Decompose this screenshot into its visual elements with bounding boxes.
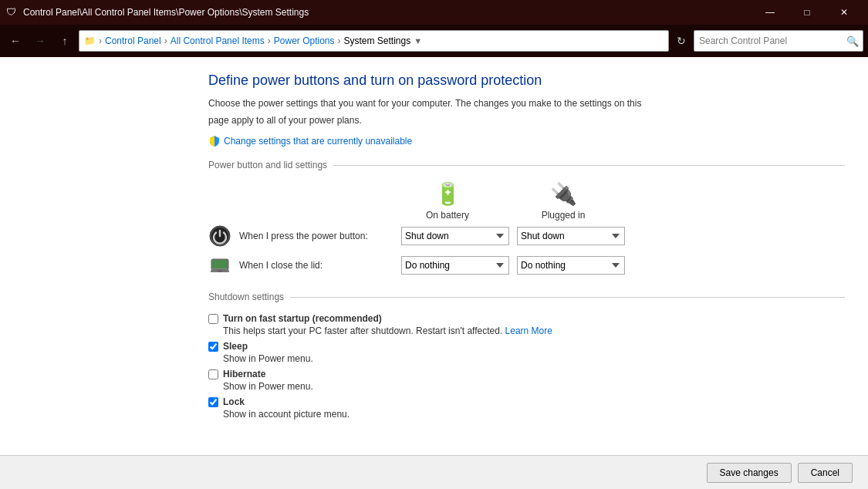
footer: Save changes Cancel bbox=[0, 455, 868, 489]
breadcrumb-dropdown-button[interactable]: ▼ bbox=[410, 36, 425, 46]
breadcrumb: 📁 › Control Panel › All Control Panel It… bbox=[79, 30, 669, 52]
cancel-button[interactable]: Cancel bbox=[798, 463, 853, 483]
page-title: Define power buttons and turn on passwor… bbox=[208, 73, 845, 89]
hibernate-item: Hibernate Show in Power menu. bbox=[208, 369, 845, 392]
hibernate-checkbox[interactable] bbox=[208, 369, 218, 379]
back-button[interactable]: ← bbox=[5, 30, 26, 52]
sleep-checkbox[interactable] bbox=[208, 342, 218, 352]
lid-close-plugged-select[interactable]: Do nothing Sleep Hibernate Shut down Tur… bbox=[517, 256, 625, 275]
fast-startup-label[interactable]: Turn on fast startup (recommended) bbox=[223, 313, 382, 324]
breadcrumb-all-items[interactable]: All Control Panel Items bbox=[171, 35, 265, 46]
page-desc-2: page apply to all of your power plans. bbox=[208, 113, 845, 127]
breadcrumb-power-options[interactable]: Power Options bbox=[274, 35, 335, 46]
lid-close-battery-select[interactable]: Do nothing Sleep Hibernate Shut down Tur… bbox=[401, 256, 509, 275]
on-battery-header: 🔋 On battery bbox=[393, 181, 502, 221]
power-button-battery-select[interactable]: Shut down Do nothing Sleep Hibernate Tur… bbox=[401, 227, 509, 245]
power-button-section-header: Power button and lid settings bbox=[208, 160, 845, 170]
svg-rect-3 bbox=[212, 260, 228, 268]
lid-close-label: When I close the lid: bbox=[239, 260, 393, 271]
plugged-icon: 🔌 bbox=[550, 181, 577, 207]
battery-icon: 🔋 bbox=[434, 181, 461, 207]
sleep-label[interactable]: Sleep bbox=[223, 341, 248, 352]
save-changes-button[interactable]: Save changes bbox=[707, 463, 792, 483]
fast-startup-checkbox[interactable] bbox=[208, 314, 218, 324]
search-input[interactable] bbox=[694, 35, 843, 46]
learn-more-link[interactable]: Learn More bbox=[505, 325, 552, 336]
refresh-button[interactable]: ↻ bbox=[672, 32, 691, 50]
lid-close-icon bbox=[208, 255, 231, 276]
lock-item: Lock Show in account picture menu. bbox=[208, 396, 845, 420]
lock-row: Lock bbox=[208, 396, 845, 407]
hibernate-desc: Show in Power menu. bbox=[223, 381, 845, 392]
up-button[interactable]: ↑ bbox=[54, 30, 76, 52]
sleep-item: Sleep Show in Power menu. bbox=[208, 341, 845, 364]
power-button-label: When I press the power button: bbox=[239, 231, 393, 241]
fast-startup-row: Turn on fast startup (recommended) bbox=[208, 313, 845, 324]
shutdown-section: Shutdown settings Turn on fast startup (… bbox=[208, 292, 845, 420]
hibernate-label[interactable]: Hibernate bbox=[223, 369, 265, 379]
lock-desc: Show in account picture menu. bbox=[223, 409, 845, 420]
breadcrumb-control-panel[interactable]: Control Panel bbox=[105, 35, 161, 46]
sleep-desc: Show in Power menu. bbox=[223, 353, 845, 364]
main-content: Define power buttons and turn on passwor… bbox=[0, 57, 868, 455]
hibernate-row: Hibernate bbox=[208, 369, 845, 379]
search-box: 🔍 bbox=[694, 30, 863, 52]
power-button-icon bbox=[208, 225, 231, 247]
shutdown-section-header: Shutdown settings bbox=[208, 292, 845, 302]
window-title: Control Panel\All Control Panel Items\Po… bbox=[23, 7, 752, 18]
forward-button[interactable]: → bbox=[29, 30, 51, 52]
sleep-row: Sleep bbox=[208, 341, 845, 352]
lid-close-row: When I close the lid: Do nothing Sleep H… bbox=[208, 255, 845, 276]
settings-grid: 🔋 On battery 🔌 Plugged in When I press t… bbox=[208, 181, 845, 276]
close-button[interactable]: ✕ bbox=[826, 0, 862, 25]
plugged-in-header: 🔌 Plugged in bbox=[509, 181, 617, 221]
change-settings-row: Change settings that are currently unava… bbox=[208, 135, 845, 147]
app-icon: 🛡 bbox=[6, 6, 19, 19]
breadcrumb-system-settings: System Settings bbox=[343, 35, 410, 46]
column-headers: 🔋 On battery 🔌 Plugged in bbox=[208, 181, 845, 221]
fast-startup-desc: This helps start your PC faster after sh… bbox=[223, 325, 845, 336]
title-bar: 🛡 Control Panel\All Control Panel Items\… bbox=[0, 0, 868, 25]
lock-checkbox[interactable] bbox=[208, 397, 218, 407]
restore-button[interactable]: □ bbox=[789, 0, 825, 25]
minimize-button[interactable]: — bbox=[752, 0, 788, 25]
address-bar: ← → ↑ 📁 › Control Panel › All Control Pa… bbox=[0, 25, 868, 57]
shield-uac-icon bbox=[208, 135, 221, 147]
page-desc-1: Choose the power settings that you want … bbox=[208, 96, 845, 110]
lock-label[interactable]: Lock bbox=[223, 396, 245, 407]
fast-startup-item: Turn on fast startup (recommended) This … bbox=[208, 313, 845, 336]
change-settings-link[interactable]: Change settings that are currently unava… bbox=[224, 136, 412, 147]
window-controls: — □ ✕ bbox=[752, 0, 862, 25]
search-button[interactable]: 🔍 bbox=[843, 31, 863, 51]
power-button-plugged-select[interactable]: Shut down Do nothing Sleep Hibernate Tur… bbox=[517, 227, 625, 245]
breadcrumb-folder-icon: 📁 bbox=[84, 35, 96, 46]
power-button-row: When I press the power button: Shut down… bbox=[208, 225, 845, 247]
